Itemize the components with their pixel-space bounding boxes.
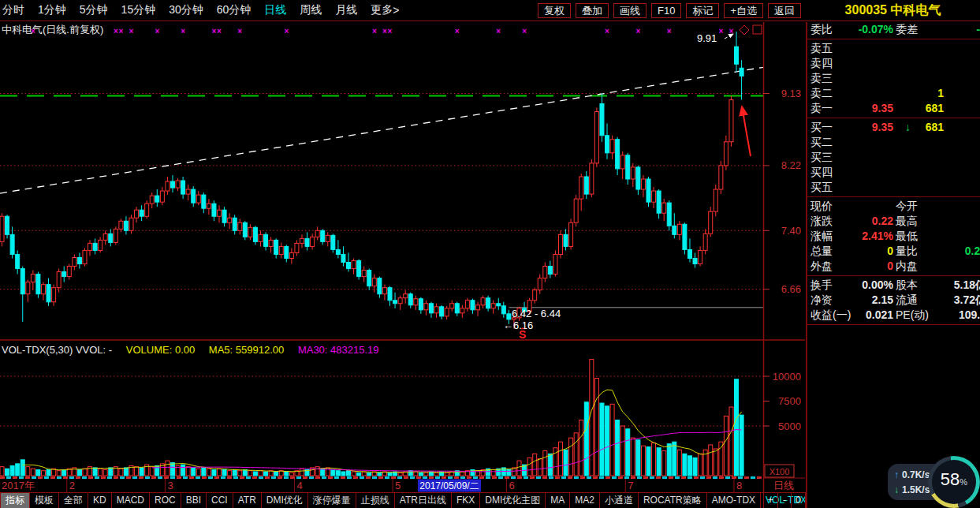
zoom-button[interactable]: -	[777, 493, 792, 508]
svg-text:×: ×	[129, 27, 134, 35]
svg-text:×: ×	[382, 27, 387, 35]
svg-text:5: 5	[395, 480, 401, 491]
period-tab[interactable]: 日线	[264, 3, 286, 17]
upload-arrow-icon: ↑	[894, 469, 899, 480]
indicator-tab[interactable]: DMI优化	[262, 493, 308, 508]
indicator-tab[interactable]: DMI优化主图	[480, 493, 546, 508]
top-button[interactable]: 返回	[768, 3, 801, 18]
download-arrow-icon: ↓	[894, 484, 899, 495]
svg-text:×: ×	[155, 27, 159, 35]
svg-text:×: ×	[118, 27, 123, 35]
peak-price-label: 9.91	[697, 32, 717, 44]
more-arrow-icon[interactable]: >	[393, 4, 399, 17]
ask-row[interactable]: 卖五	[807, 41, 980, 56]
indicator-tab[interactable]: 小通道	[600, 493, 639, 508]
indicator-tab[interactable]: 涨停爆量	[308, 493, 356, 508]
period-tab[interactable]: 月线	[335, 3, 357, 17]
network-widget[interactable]: ↑ 0.7K/s ↓ 1.5K/s 58%	[888, 456, 980, 508]
indicator-tab[interactable]: CCI	[207, 493, 233, 508]
svg-text:2017年: 2017年	[2, 480, 35, 491]
bid-row[interactable]: 买一9.35↓681	[807, 120, 980, 135]
bid-row[interactable]: 买五	[807, 180, 980, 195]
support-range-label: 6.42 - 6.44	[512, 308, 561, 319]
svg-text:8.22: 8.22	[781, 159, 801, 171]
indicator-tab[interactable]: BBI	[181, 493, 207, 508]
period-tab[interactable]: 60分钟	[217, 3, 252, 17]
trend-line[interactable]	[0, 67, 763, 193]
period-tab[interactable]: 1分钟	[38, 3, 66, 17]
x-axis: 2017年2345678	[2, 479, 742, 492]
download-speed: 1.5K/s	[902, 484, 930, 495]
indicator-tab[interactable]: ROCATR策略	[639, 493, 707, 508]
fund-row: 收益(一)0.021PE(动)109.1	[807, 308, 980, 323]
diamond-icon[interactable]	[740, 25, 749, 35]
period-tab[interactable]: 5分钟	[80, 3, 108, 17]
sell-signal-marker: Ŝ	[519, 327, 526, 341]
fund-row: 换手0.00%股本5.18亿	[807, 278, 980, 293]
period-tab[interactable]: 分时	[2, 3, 24, 17]
drawn-arrow[interactable]	[742, 106, 751, 156]
period-tab[interactable]: 更多	[371, 3, 393, 17]
volume-axis: 1000075005000	[763, 371, 801, 432]
svg-text:7500: 7500	[778, 395, 801, 407]
indicator-tab[interactable]: MA	[546, 493, 570, 508]
svg-text:8: 8	[736, 480, 742, 491]
top-button[interactable]: 复权	[538, 3, 571, 18]
indicator-tab[interactable]: AMO-TDX	[707, 493, 761, 508]
stock-chart[interactable]: 9.138.227.406.661000075005000X100日线2017年…	[0, 22, 806, 493]
bid-row[interactable]: 买三	[807, 150, 980, 165]
indicator-tab[interactable]: ATR日出线	[395, 493, 452, 508]
indicator-tab[interactable]: ROC	[150, 493, 181, 508]
indicator-tab[interactable]: 模板	[30, 493, 59, 508]
svg-text:×: ×	[496, 27, 501, 35]
top-menu-bar: 分时1分钟5分钟15分钟30分钟60分钟日线周线月线更多 > 复权叠加画线F10…	[0, 0, 980, 21]
indicator-tab[interactable]: 止损线	[356, 493, 395, 508]
svg-text:6: 6	[509, 480, 514, 491]
ask-row[interactable]: 卖四	[807, 56, 980, 71]
stock-title: 300035 中科电气	[806, 2, 980, 19]
svg-text:2017/05/09/二: 2017/05/09/二	[419, 480, 479, 491]
indicator-tab[interactable]: ATR	[233, 493, 262, 508]
period-menu: 分时1分钟5分钟15分钟30分钟60分钟日线周线月线更多	[0, 3, 393, 17]
quote-row: 涨幅2.41%最低	[807, 229, 980, 244]
svg-text:×: ×	[31, 27, 35, 35]
top-button[interactable]: 标记	[686, 3, 719, 18]
top-button[interactable]: F10	[651, 3, 681, 18]
svg-text:2: 2	[69, 480, 75, 491]
panel-divider	[807, 39, 980, 39]
svg-text:×: ×	[667, 27, 672, 35]
zoom-button[interactable]: 0	[791, 493, 806, 508]
usage-gauge[interactable]: 58%	[928, 456, 980, 508]
svg-text:3: 3	[167, 480, 173, 491]
indicator-tab[interactable]: KD	[88, 493, 112, 508]
indicator-tab[interactable]: 指标	[0, 493, 30, 508]
ruler-stripe[interactable]	[0, 476, 763, 479]
period-tab[interactable]: 周线	[300, 3, 322, 17]
top-button[interactable]: +自选	[724, 3, 763, 18]
indicator-tab[interactable]: MACD	[112, 493, 150, 508]
svg-text:×: ×	[605, 27, 609, 35]
top-button[interactable]: 叠加	[576, 3, 609, 18]
period-tab[interactable]: 15分钟	[121, 3, 156, 17]
volume-bars-layer	[0, 360, 743, 476]
indicator-tab[interactable]: 全部	[59, 493, 88, 508]
ask-row[interactable]: 卖二1	[807, 86, 980, 101]
period-tab[interactable]: 30分钟	[169, 3, 203, 17]
weibi-row: 委比-0.07%委差-1	[807, 22, 980, 37]
svg-text:×: ×	[718, 27, 723, 35]
ask-row[interactable]: 卖三	[807, 71, 980, 86]
svg-text:×: ×	[284, 27, 289, 35]
ask-row[interactable]: 卖一9.35681	[807, 101, 980, 116]
quote-row: 外盘0内盘0	[807, 259, 980, 274]
indicator-tab[interactable]: FKX	[452, 493, 480, 508]
event-markers: ×××××××××××××××××××××	[31, 27, 734, 35]
svg-text:7.40: 7.40	[781, 225, 801, 237]
svg-text:×: ×	[217, 27, 222, 35]
bid-row[interactable]: 买二	[807, 135, 980, 150]
top-button[interactable]: 画线	[613, 3, 647, 18]
zoom-button[interactable]: +	[763, 493, 777, 508]
maximize-icon[interactable]	[753, 25, 762, 34]
bid-row[interactable]: 买四	[807, 165, 980, 180]
zoom-controls: +-0	[763, 492, 806, 508]
indicator-tab[interactable]: MA2	[570, 493, 600, 508]
